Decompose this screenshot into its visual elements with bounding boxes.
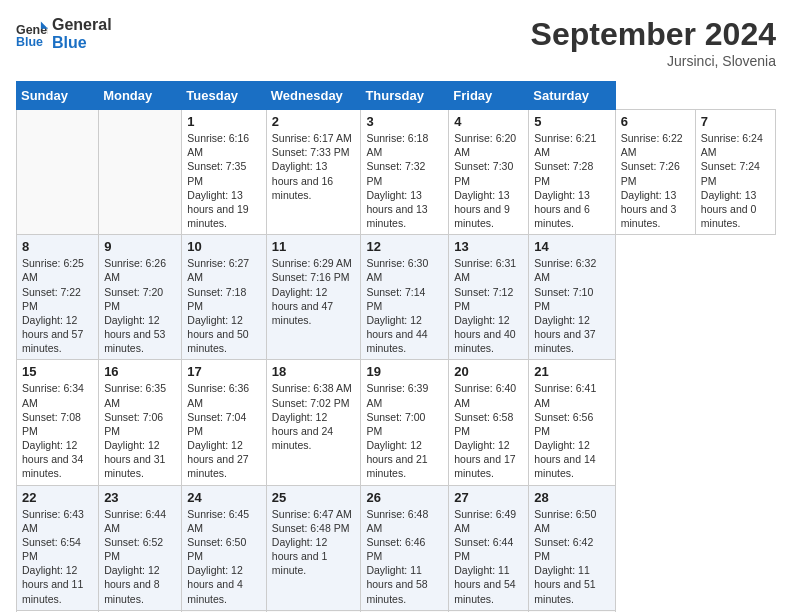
day-info: Sunrise: 6:34 AM Sunset: 7:08 PM Dayligh…: [22, 381, 93, 480]
day-info: Sunrise: 6:36 AM Sunset: 7:04 PM Dayligh…: [187, 381, 261, 480]
calendar-cell: 21 Sunrise: 6:41 AM Sunset: 6:56 PM Dayl…: [529, 360, 615, 485]
day-info: Sunrise: 6:43 AM Sunset: 6:54 PM Dayligh…: [22, 507, 93, 606]
calendar-cell: 23 Sunrise: 6:44 AM Sunset: 6:52 PM Dayl…: [99, 485, 182, 610]
day-number: 10: [187, 239, 261, 254]
day-number: 19: [366, 364, 443, 379]
col-header-wednesday: Wednesday: [266, 82, 361, 110]
day-number: 18: [272, 364, 356, 379]
day-number: 16: [104, 364, 176, 379]
day-info: Sunrise: 6:40 AM Sunset: 6:58 PM Dayligh…: [454, 381, 523, 480]
day-info: Sunrise: 6:29 AM Sunset: 7:16 PM Dayligh…: [272, 256, 356, 327]
calendar-cell: 28 Sunrise: 6:50 AM Sunset: 6:42 PM Dayl…: [529, 485, 615, 610]
day-number: 9: [104, 239, 176, 254]
day-info: Sunrise: 6:47 AM Sunset: 6:48 PM Dayligh…: [272, 507, 356, 578]
calendar-cell: 24 Sunrise: 6:45 AM Sunset: 6:50 PM Dayl…: [182, 485, 267, 610]
col-header-thursday: Thursday: [361, 82, 449, 110]
day-info: Sunrise: 6:39 AM Sunset: 7:00 PM Dayligh…: [366, 381, 443, 480]
calendar-cell: 25 Sunrise: 6:47 AM Sunset: 6:48 PM Dayl…: [266, 485, 361, 610]
calendar-table: SundayMondayTuesdayWednesdayThursdayFrid…: [16, 81, 776, 612]
calendar-cell: 6 Sunrise: 6:22 AM Sunset: 7:26 PM Dayli…: [615, 110, 695, 235]
col-header-friday: Friday: [449, 82, 529, 110]
week-row-4: 22 Sunrise: 6:43 AM Sunset: 6:54 PM Dayl…: [17, 485, 776, 610]
logo-icon: General Blue: [16, 18, 48, 50]
day-info: Sunrise: 6:24 AM Sunset: 7:24 PM Dayligh…: [701, 131, 770, 230]
day-number: 22: [22, 490, 93, 505]
col-header-tuesday: Tuesday: [182, 82, 267, 110]
calendar-cell: 10 Sunrise: 6:27 AM Sunset: 7:18 PM Dayl…: [182, 235, 267, 360]
calendar-cell: 5 Sunrise: 6:21 AM Sunset: 7:28 PM Dayli…: [529, 110, 615, 235]
col-header-sunday: Sunday: [17, 82, 99, 110]
day-info: Sunrise: 6:22 AM Sunset: 7:26 PM Dayligh…: [621, 131, 690, 230]
day-info: Sunrise: 6:31 AM Sunset: 7:12 PM Dayligh…: [454, 256, 523, 355]
day-info: Sunrise: 6:45 AM Sunset: 6:50 PM Dayligh…: [187, 507, 261, 606]
logo: General Blue General Blue: [16, 16, 112, 51]
day-info: Sunrise: 6:25 AM Sunset: 7:22 PM Dayligh…: [22, 256, 93, 355]
day-info: Sunrise: 6:27 AM Sunset: 7:18 PM Dayligh…: [187, 256, 261, 355]
calendar-cell: 13 Sunrise: 6:31 AM Sunset: 7:12 PM Dayl…: [449, 235, 529, 360]
month-title: September 2024: [531, 16, 776, 53]
calendar-cell: 1 Sunrise: 6:16 AM Sunset: 7:35 PM Dayli…: [182, 110, 267, 235]
day-info: Sunrise: 6:20 AM Sunset: 7:30 PM Dayligh…: [454, 131, 523, 230]
calendar-cell: 12 Sunrise: 6:30 AM Sunset: 7:14 PM Dayl…: [361, 235, 449, 360]
day-info: Sunrise: 6:41 AM Sunset: 6:56 PM Dayligh…: [534, 381, 609, 480]
calendar-cell: [17, 110, 99, 235]
day-number: 2: [272, 114, 356, 129]
calendar-cell: 17 Sunrise: 6:36 AM Sunset: 7:04 PM Dayl…: [182, 360, 267, 485]
week-row-3: 15 Sunrise: 6:34 AM Sunset: 7:08 PM Dayl…: [17, 360, 776, 485]
day-info: Sunrise: 6:50 AM Sunset: 6:42 PM Dayligh…: [534, 507, 609, 606]
day-info: Sunrise: 6:49 AM Sunset: 6:44 PM Dayligh…: [454, 507, 523, 606]
page-header: General Blue General Blue September 2024…: [16, 16, 776, 69]
day-number: 24: [187, 490, 261, 505]
calendar-cell: 4 Sunrise: 6:20 AM Sunset: 7:30 PM Dayli…: [449, 110, 529, 235]
calendar-cell: 3 Sunrise: 6:18 AM Sunset: 7:32 PM Dayli…: [361, 110, 449, 235]
day-number: 12: [366, 239, 443, 254]
calendar-cell: 22 Sunrise: 6:43 AM Sunset: 6:54 PM Dayl…: [17, 485, 99, 610]
calendar-cell: 27 Sunrise: 6:49 AM Sunset: 6:44 PM Dayl…: [449, 485, 529, 610]
day-info: Sunrise: 6:26 AM Sunset: 7:20 PM Dayligh…: [104, 256, 176, 355]
location: Jursinci, Slovenia: [531, 53, 776, 69]
calendar-cell: 8 Sunrise: 6:25 AM Sunset: 7:22 PM Dayli…: [17, 235, 99, 360]
week-row-2: 8 Sunrise: 6:25 AM Sunset: 7:22 PM Dayli…: [17, 235, 776, 360]
calendar-cell: 18 Sunrise: 6:38 AM Sunset: 7:02 PM Dayl…: [266, 360, 361, 485]
calendar-cell: [99, 110, 182, 235]
title-block: September 2024 Jursinci, Slovenia: [531, 16, 776, 69]
day-info: Sunrise: 6:18 AM Sunset: 7:32 PM Dayligh…: [366, 131, 443, 230]
day-number: 3: [366, 114, 443, 129]
calendar-cell: 11 Sunrise: 6:29 AM Sunset: 7:16 PM Dayl…: [266, 235, 361, 360]
logo-blue: Blue: [52, 34, 112, 52]
day-number: 25: [272, 490, 356, 505]
day-info: Sunrise: 6:35 AM Sunset: 7:06 PM Dayligh…: [104, 381, 176, 480]
day-number: 5: [534, 114, 609, 129]
day-number: 8: [22, 239, 93, 254]
day-number: 23: [104, 490, 176, 505]
svg-text:Blue: Blue: [16, 35, 43, 49]
day-number: 27: [454, 490, 523, 505]
day-number: 20: [454, 364, 523, 379]
day-number: 13: [454, 239, 523, 254]
day-info: Sunrise: 6:30 AM Sunset: 7:14 PM Dayligh…: [366, 256, 443, 355]
day-number: 1: [187, 114, 261, 129]
calendar-cell: 20 Sunrise: 6:40 AM Sunset: 6:58 PM Dayl…: [449, 360, 529, 485]
day-number: 4: [454, 114, 523, 129]
day-info: Sunrise: 6:48 AM Sunset: 6:46 PM Dayligh…: [366, 507, 443, 606]
col-header-saturday: Saturday: [529, 82, 615, 110]
col-header-monday: Monday: [99, 82, 182, 110]
calendar-cell: 15 Sunrise: 6:34 AM Sunset: 7:08 PM Dayl…: [17, 360, 99, 485]
day-number: 21: [534, 364, 609, 379]
calendar-cell: 26 Sunrise: 6:48 AM Sunset: 6:46 PM Dayl…: [361, 485, 449, 610]
week-row-1: 1 Sunrise: 6:16 AM Sunset: 7:35 PM Dayli…: [17, 110, 776, 235]
day-info: Sunrise: 6:16 AM Sunset: 7:35 PM Dayligh…: [187, 131, 261, 230]
calendar-cell: 7 Sunrise: 6:24 AM Sunset: 7:24 PM Dayli…: [695, 110, 775, 235]
calendar-cell: 9 Sunrise: 6:26 AM Sunset: 7:20 PM Dayli…: [99, 235, 182, 360]
day-number: 17: [187, 364, 261, 379]
day-number: 28: [534, 490, 609, 505]
calendar-cell: 2 Sunrise: 6:17 AM Sunset: 7:33 PM Dayli…: [266, 110, 361, 235]
day-info: Sunrise: 6:32 AM Sunset: 7:10 PM Dayligh…: [534, 256, 609, 355]
day-number: 6: [621, 114, 690, 129]
calendar-cell: 16 Sunrise: 6:35 AM Sunset: 7:06 PM Dayl…: [99, 360, 182, 485]
calendar-cell: 19 Sunrise: 6:39 AM Sunset: 7:00 PM Dayl…: [361, 360, 449, 485]
day-info: Sunrise: 6:38 AM Sunset: 7:02 PM Dayligh…: [272, 381, 356, 452]
day-number: 7: [701, 114, 770, 129]
logo-general: General: [52, 16, 112, 34]
day-info: Sunrise: 6:21 AM Sunset: 7:28 PM Dayligh…: [534, 131, 609, 230]
